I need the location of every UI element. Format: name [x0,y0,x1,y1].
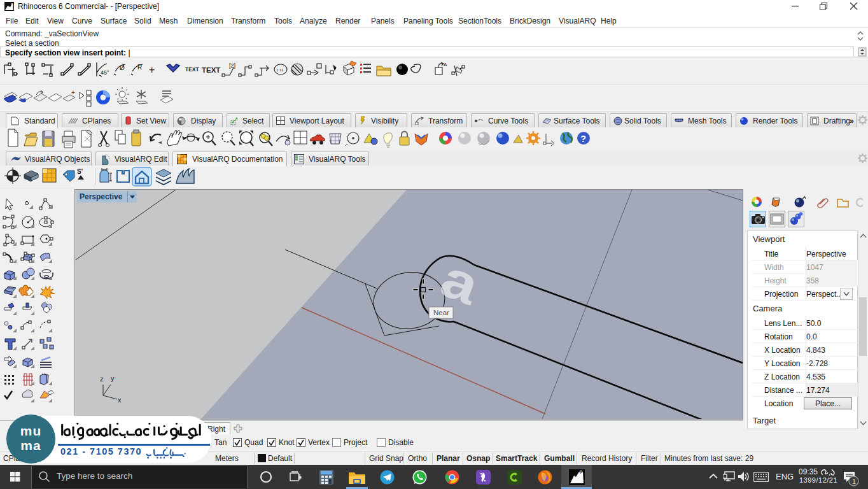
svg-text:1:11: 1:11 [276,68,284,72]
svg-text:TEXT: TEXT [202,66,220,74]
svg-text:y: y [111,374,115,382]
svg-text:z: z [100,375,104,383]
svg-text:6: 6 [579,470,583,477]
svg-text:6: 6 [11,3,13,7]
svg-text:+: + [71,89,75,96]
svg-text:45°: 45° [101,69,109,76]
svg-text:?: ? [580,133,586,144]
svg-text:x: x [118,396,122,404]
svg-text:R: R [137,64,142,71]
svg-text:+: + [149,64,155,75]
svg-text:Ø: Ø [120,64,125,71]
svg-text:[2]: [2] [229,62,235,69]
svg-text:Near: Near [433,309,449,316]
svg-text:1: 1 [852,478,856,485]
svg-text:A: A [444,62,447,67]
svg-text:S': S' [77,168,83,175]
svg-text:TEXT: TEXT [185,66,200,73]
